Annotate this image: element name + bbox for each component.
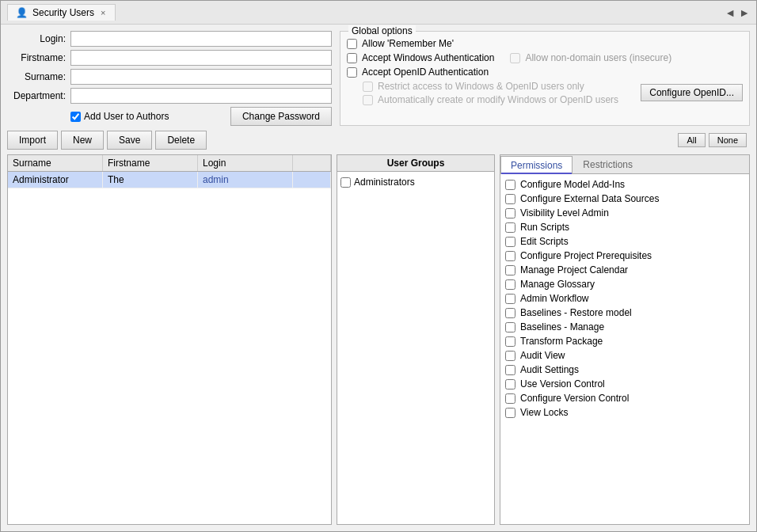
permission-item: Configure Model Add-Ins (505, 177, 744, 192)
permission-item: Use Version Control (505, 377, 744, 391)
permission-label: Manage Glossary (520, 279, 595, 290)
permission-checkbox[interactable] (505, 180, 515, 190)
permission-label: Transform Package (520, 336, 603, 347)
permission-label: Audit View (520, 350, 565, 361)
restrict-access-label: Restrict access to Windows & OpenID user… (378, 81, 584, 92)
permission-checkbox[interactable] (505, 336, 515, 347)
nondomain-label: Allow non-domain users (insecure) (525, 52, 671, 63)
allow-nondomain-checkbox[interactable] (510, 53, 520, 63)
windows-auth-row: Accept Windows Authentication (347, 52, 494, 63)
openid-auth-row: Accept OpenID Authentication (347, 66, 743, 78)
delete-button[interactable]: Delete (155, 131, 207, 150)
surname-input[interactable] (70, 69, 332, 85)
permission-checkbox[interactable] (505, 379, 515, 390)
auto-create-label: Automatically create or modify Windows o… (378, 94, 618, 105)
permission-item: Audit Settings (505, 363, 744, 377)
restrict-access-checkbox[interactable] (363, 82, 373, 92)
permission-checkbox[interactable] (505, 393, 515, 404)
windows-auth-checkbox[interactable] (347, 53, 357, 63)
permission-checkbox[interactable] (505, 365, 515, 375)
sub-options: Restrict access to Windows & OpenID user… (363, 81, 618, 108)
login-row: Login: (7, 31, 332, 47)
permission-checkbox[interactable] (505, 194, 515, 204)
department-label: Department: (7, 90, 70, 101)
permission-item: Configure External Data Sources (505, 192, 744, 206)
firstname-input[interactable] (70, 50, 332, 66)
permission-item: Transform Package (505, 334, 744, 348)
department-row: Department: (7, 88, 332, 104)
permission-item: View Locks (505, 405, 744, 420)
permission-item: Baselines - Restore model (505, 306, 744, 320)
configure-openid-button[interactable]: Configure OpenID... (641, 84, 743, 101)
nav-right-arrow[interactable]: ► (739, 6, 750, 19)
nondomain-row: Allow non-domain users (insecure) (510, 52, 671, 63)
permission-item: Configure Version Control (505, 391, 744, 405)
auto-create-checkbox[interactable] (363, 95, 373, 105)
permissions-panel: Permissions Restrictions Configure Model… (500, 154, 750, 525)
permission-checkbox[interactable] (505, 222, 515, 233)
openid-auth-label: Accept OpenID Authentication (362, 66, 489, 78)
permission-checkbox[interactable] (505, 322, 515, 332)
save-button[interactable]: Save (107, 131, 152, 150)
tab-permissions-label: Permissions (511, 160, 562, 171)
permission-checkbox[interactable] (505, 294, 515, 304)
permission-label: Use Version Control (520, 378, 605, 390)
firstname-label: Firstname: (7, 52, 70, 63)
permission-label: Run Scripts (520, 222, 569, 233)
permission-label: Audit Settings (520, 364, 579, 375)
permission-checkbox[interactable] (505, 208, 515, 218)
permission-item: Audit View (505, 348, 744, 363)
title-bar-left: 👤 Security Users × (7, 4, 116, 21)
user-groups-body: Administrators (337, 172, 494, 524)
restrict-access-row: Restrict access to Windows & OpenID user… (363, 81, 618, 92)
add-user-label: Add User to Authors (84, 111, 169, 122)
change-password-button[interactable]: Change Password (230, 107, 332, 126)
administrators-label: Administrators (354, 177, 415, 188)
add-user-row: Add User to Authors (70, 111, 169, 122)
add-user-checkbox[interactable] (70, 112, 81, 122)
permission-checkbox[interactable] (505, 351, 515, 361)
none-button[interactable]: None (709, 133, 747, 147)
windows-auth-label: Accept Windows Authentication (362, 52, 494, 63)
permission-item: Edit Scripts (505, 234, 744, 249)
col-firstname: Firstname (103, 155, 198, 171)
close-button[interactable]: × (99, 8, 107, 17)
surname-row: Surname: (7, 69, 332, 85)
import-button[interactable]: Import (7, 131, 58, 150)
all-none-buttons: All None (675, 131, 750, 149)
permission-checkbox[interactable] (505, 237, 515, 247)
group-item[interactable]: Administrators (340, 175, 491, 189)
window-tab[interactable]: 👤 Security Users × (7, 4, 116, 21)
permission-label: Manage Project Calendar (520, 264, 628, 276)
permission-label: Configure External Data Sources (520, 193, 659, 204)
all-button[interactable]: All (678, 133, 705, 147)
tab-restrictions[interactable]: Restrictions (573, 155, 643, 173)
permission-item: Manage Project Calendar (505, 263, 744, 277)
new-button[interactable]: New (61, 131, 104, 150)
permission-label: Baselines - Restore model (520, 307, 632, 318)
permission-checkbox[interactable] (505, 251, 515, 261)
users-table: Surname Firstname Login Administrator Th… (7, 154, 332, 525)
permission-label: Admin Workflow (520, 293, 588, 304)
tab-permissions[interactable]: Permissions (500, 156, 573, 174)
remember-me-row: Allow 'Remember Me' (347, 38, 743, 49)
col-login: Login (198, 155, 293, 171)
administrators-checkbox[interactable] (340, 177, 351, 188)
permission-checkbox[interactable] (505, 408, 515, 418)
remember-me-checkbox[interactable] (347, 39, 357, 49)
permission-checkbox[interactable] (505, 265, 515, 276)
openid-auth-checkbox[interactable] (347, 67, 357, 78)
auto-create-row: Automatically create or modify Windows o… (363, 94, 618, 105)
table-body: Administrator The admin (8, 172, 331, 524)
table-row[interactable]: Administrator The admin (8, 172, 331, 188)
remember-me-label: Allow 'Remember Me' (362, 38, 454, 49)
permission-label: Baselines - Manage (520, 321, 604, 332)
login-input[interactable] (70, 31, 332, 47)
department-input[interactable] (70, 88, 332, 104)
permission-checkbox[interactable] (505, 308, 515, 318)
firstname-row: Firstname: (7, 50, 332, 66)
nav-left-arrow[interactable]: ◄ (725, 6, 736, 19)
col-surname: Surname (8, 155, 103, 171)
permission-item: Configure Project Prerequisites (505, 249, 744, 263)
permission-checkbox[interactable] (505, 279, 515, 290)
